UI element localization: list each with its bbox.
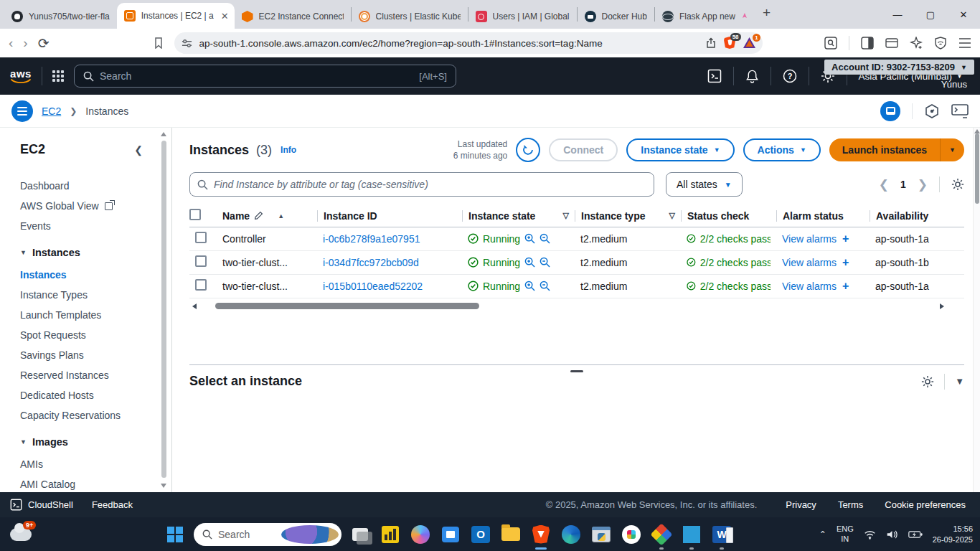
add-alarm-icon[interactable]: +	[842, 232, 849, 245]
taskbar-clock[interactable]: 15:56 26-09-2025	[933, 524, 973, 545]
zoom-in-icon[interactable]	[524, 233, 535, 244]
zoom-out-icon[interactable]	[540, 257, 550, 268]
leo-ai-icon[interactable]	[910, 37, 923, 50]
minimize-button[interactable]: —	[881, 9, 914, 20]
scroll-up-icon[interactable]	[161, 132, 166, 136]
zoom-out-icon[interactable]	[540, 233, 550, 244]
instance-state-button[interactable]: Instance state▼	[626, 138, 734, 161]
tab-flask-app[interactable]: Flask App new	[655, 4, 755, 29]
sidebar-item-capacity-reservations[interactable]: Capacity Reservations	[20, 405, 171, 425]
col-instance-id[interactable]: Instance ID	[324, 210, 377, 222]
gauge-icon[interactable]	[924, 103, 940, 119]
row-checkbox[interactable]	[195, 255, 207, 267]
actions-button[interactable]: Actions▼	[743, 138, 821, 161]
word-app[interactable]: W	[710, 523, 733, 546]
notifications-bell-icon[interactable]	[734, 69, 771, 83]
outlook-app[interactable]: O	[469, 523, 492, 546]
reload-button[interactable]: ⟳	[38, 35, 50, 52]
footer-cloudshell[interactable]: CloudShell	[10, 499, 73, 511]
weather-widget[interactable]: 9+	[10, 528, 32, 541]
tab-github[interactable]: Yunus705/two-tier-fla	[4, 4, 117, 29]
file-explorer-app[interactable]	[499, 523, 522, 546]
sidebar-item-savings-plans[interactable]: Savings Plans	[20, 345, 171, 365]
tab-close-icon[interactable]: ✕	[221, 11, 229, 22]
language-indicator[interactable]: ENG IN	[837, 524, 854, 545]
filter-icon[interactable]: ▽	[669, 211, 675, 220]
table-row[interactable]: two-tier-clust... i-034d7fcc972bcb09d Ru…	[189, 250, 964, 274]
slack-app[interactable]	[620, 523, 643, 546]
sidebar-panel-icon[interactable]	[861, 37, 874, 50]
view-alarms-link[interactable]: View alarms+	[782, 232, 864, 245]
tab-docker-hub[interactable]: Docker Hub	[578, 4, 654, 29]
scroll-left-icon[interactable]	[192, 303, 197, 309]
current-page[interactable]: 1	[900, 179, 906, 190]
sidebar-item-spot-requests[interactable]: Spot Requests	[20, 325, 171, 345]
designer-app[interactable]	[650, 523, 673, 546]
hidden-icons-chevron[interactable]: ⌃	[819, 529, 826, 540]
instance-id-link[interactable]: i-034d7fcc972bcb09d	[323, 257, 419, 268]
address-bar[interactable]: ap-south-1.console.aws.amazon.com/ec2/ho…	[174, 32, 763, 54]
sidebar-section-images[interactable]: ▼ Images	[8, 431, 171, 453]
table-horizontal-scrollbar[interactable]	[189, 301, 964, 311]
all-states-dropdown[interactable]: All states▼	[666, 172, 743, 197]
sidebar-item-events[interactable]: Events	[20, 216, 171, 236]
aws-search-box[interactable]: Search [Alt+S]	[74, 65, 456, 88]
sidebar-item-ami-catalog[interactable]: AMI Catalog	[20, 474, 171, 492]
privacy-link[interactable]: Privacy	[786, 499, 816, 510]
tab-eks-clusters[interactable]: Clusters | Elastic Kube	[352, 4, 468, 29]
panel-collapse-chevron-icon[interactable]: ▼	[955, 376, 964, 387]
wallet-icon[interactable]	[885, 37, 898, 50]
power-bi-app[interactable]	[379, 523, 402, 546]
cloudshell-terminal-icon[interactable]	[951, 104, 969, 118]
new-tab-button[interactable]: +	[755, 5, 781, 24]
services-menu-button[interactable]	[11, 100, 33, 122]
task-view-button[interactable]	[349, 523, 372, 546]
scroll-right-icon[interactable]	[940, 303, 944, 309]
cloudshell-icon[interactable]	[696, 69, 733, 83]
terms-link[interactable]: Terms	[838, 499, 863, 510]
table-row[interactable]: Controller i-0c6b278f9a1e07951 Running t…	[189, 227, 964, 250]
col-name[interactable]: Name	[222, 210, 250, 222]
brave-rewards-icon[interactable]: 1	[743, 37, 755, 49]
next-page-icon[interactable]: ❯	[918, 177, 928, 192]
add-alarm-icon[interactable]: +	[842, 280, 849, 293]
zoom-in-icon[interactable]	[524, 281, 535, 291]
info-link[interactable]: Info	[281, 145, 296, 155]
instance-filter-input[interactable]	[214, 179, 646, 190]
scroll-down-icon[interactable]	[161, 484, 166, 488]
select-all-checkbox[interactable]	[189, 209, 201, 220]
tab-iam-users[interactable]: Users | IAM | Global	[468, 4, 577, 29]
share-icon[interactable]	[705, 37, 717, 49]
view-alarms-link[interactable]: View alarms+	[782, 280, 864, 293]
start-button[interactable]	[164, 523, 187, 546]
filter-icon[interactable]: ▽	[563, 211, 569, 220]
launch-instances-button[interactable]: Launch instances	[829, 138, 940, 161]
row-checkbox[interactable]	[195, 232, 207, 243]
add-alarm-icon[interactable]: +	[842, 256, 849, 269]
tab-ec2-instances[interactable]: Instances | EC2 | a ✕	[117, 3, 235, 29]
vscode-app[interactable]	[680, 523, 703, 546]
sidebar-item-reserved-instances[interactable]: Reserved Instances	[20, 365, 171, 385]
site-settings-icon[interactable]	[182, 38, 192, 49]
microsoft-store-app[interactable]	[439, 523, 462, 546]
wifi-icon[interactable]	[864, 529, 876, 540]
brave-browser-app[interactable]	[529, 523, 552, 546]
table-settings-gear-icon[interactable]	[951, 178, 964, 191]
panel-drag-handle[interactable]	[570, 370, 583, 372]
instance-filter-box[interactable]	[189, 172, 654, 197]
sidebar-item-dedicated-hosts[interactable]: Dedicated Hosts	[20, 385, 171, 405]
row-checkbox[interactable]	[195, 279, 207, 291]
col-status-check[interactable]: Status check	[687, 210, 749, 222]
hscroll-thumb[interactable]	[215, 303, 479, 309]
feedback-link[interactable]: Feedback	[92, 499, 133, 510]
copilot-app[interactable]	[409, 523, 432, 546]
sort-ascending-icon[interactable]: ▲	[278, 212, 284, 220]
refresh-button[interactable]	[516, 138, 540, 162]
zoom-in-icon[interactable]	[524, 257, 535, 268]
aws-logo[interactable]: aws	[10, 68, 32, 84]
search-tabs-icon[interactable]	[824, 37, 837, 50]
connect-button[interactable]: Connect	[549, 138, 618, 161]
view-alarms-link[interactable]: View alarms+	[782, 256, 864, 269]
prev-page-icon[interactable]: ❮	[879, 177, 889, 192]
sidebar-scrollbar[interactable]	[161, 131, 167, 489]
